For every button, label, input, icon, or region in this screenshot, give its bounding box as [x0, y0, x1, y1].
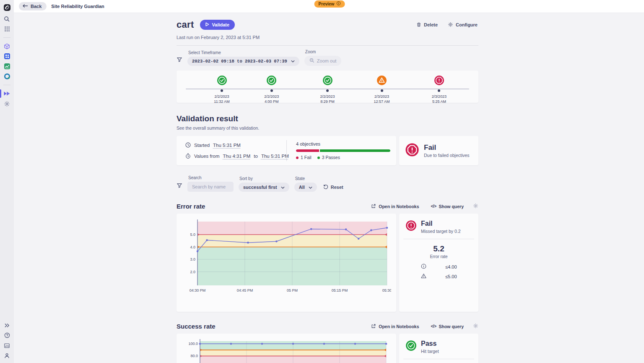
- sort-by-select[interactable]: successful first: [239, 183, 289, 192]
- fail-status-icon: [405, 220, 417, 233]
- timeline-event[interactable]: 2/3/2023 12:57 AM: [363, 75, 401, 104]
- divider: [403, 359, 474, 359]
- pass-dot-icon: [317, 157, 320, 159]
- timeline-marker-dot: [270, 89, 273, 92]
- search-input[interactable]: [187, 182, 234, 192]
- objective-status-detail: Missed target by 0.2: [421, 229, 461, 234]
- open-in-notebooks-button[interactable]: Open in Notebooks: [369, 323, 421, 330]
- svg-text:2.0: 2.0: [190, 270, 195, 274]
- reset-button[interactable]: Reset: [322, 183, 344, 192]
- code-icon: </>: [431, 204, 436, 209]
- zoom-label: Zoom: [305, 50, 341, 54]
- clock-icon: [185, 142, 191, 149]
- main-area: Preview Back Site Reliability Guardian c…: [14, 0, 644, 363]
- app-root: Preview Back Site Reliability Guardian c…: [0, 0, 644, 363]
- timeline-marker-dot: [326, 89, 329, 92]
- last-run-text: Last run on February 2, 2023 at 5:31 PM: [177, 35, 478, 40]
- timeline-event-date: 2/2/2023: [203, 94, 241, 99]
- delete-button-label: Delete: [424, 22, 438, 27]
- configure-button[interactable]: Configure: [447, 21, 478, 29]
- chevron-down-icon: [291, 59, 295, 64]
- sidebar-item-release-notes[interactable]: [0, 340, 14, 350]
- trash-icon: [416, 22, 421, 28]
- info-icon: [336, 1, 340, 6]
- help-question-icon: [4, 332, 10, 338]
- preview-badge: Preview: [314, 0, 345, 8]
- timeframe-select[interactable]: 2023-02-02 09:18 to 2023-02-03 07:39: [187, 57, 299, 66]
- sidebar-item-account[interactable]: [0, 350, 14, 360]
- sidebar-item-help[interactable]: [0, 330, 14, 340]
- sidebar-item-app-4[interactable]: [0, 71, 14, 81]
- pass-status-icon: [217, 75, 227, 87]
- objective-settings-button[interactable]: [473, 203, 478, 210]
- back-button[interactable]: Back: [19, 2, 47, 10]
- gear-icon: [448, 22, 453, 28]
- show-query-button[interactable]: </> Show query: [428, 324, 466, 329]
- release-notes-icon: [4, 343, 10, 348]
- objective-metric-label: Error rate: [399, 254, 478, 259]
- pass-segment: [320, 149, 390, 152]
- preview-badge-label: Preview: [319, 2, 335, 6]
- warning-triangle-icon: [421, 273, 426, 280]
- zoom-out-button[interactable]: Zoom out: [304, 56, 341, 66]
- chevron-down-icon: [281, 185, 285, 190]
- fail-status-icon: [434, 75, 444, 87]
- objective-target: ≤4.00: [445, 264, 457, 269]
- sidebar-item-site-reliability-guardian[interactable]: [0, 89, 14, 99]
- error-rate-result-card: Fail Missed target by 0.2 5.2 Error rate…: [399, 214, 478, 312]
- gear-icon: [473, 323, 478, 330]
- started-value[interactable]: Thu 5:31 PM: [213, 143, 241, 148]
- validate-button[interactable]: Validate: [200, 20, 235, 30]
- timeline-event-date: 2/3/2023: [363, 94, 401, 99]
- sidebar-item-app-1[interactable]: [0, 41, 14, 51]
- open-in-notebooks-label: Open in Notebooks: [379, 204, 419, 209]
- sidebar-item-expand[interactable]: [0, 320, 14, 330]
- timeline-event[interactable]: 2/3/2023 5:25 AM: [420, 75, 458, 104]
- zoom-out-icon: [309, 58, 314, 64]
- green-chart-app-icon: [4, 63, 10, 70]
- pass-legend: 3 Passes: [317, 155, 340, 160]
- reset-button-label: Reset: [331, 185, 343, 190]
- sidebar-item-app-grid[interactable]: [0, 24, 14, 34]
- info-icon: [421, 263, 426, 271]
- sidebar-divider: [3, 85, 10, 85]
- sidebar-item-app-2[interactable]: [0, 51, 14, 61]
- objective-value: 5.2: [399, 244, 478, 253]
- reset-undo-icon: [323, 184, 328, 190]
- success-rate-chart: 20.040.060.080.0100.0: [182, 339, 391, 363]
- gear-icon: [473, 203, 478, 210]
- sidebar-item-settings-app[interactable]: [0, 99, 14, 109]
- to-label: to: [254, 154, 258, 159]
- values-to-value[interactable]: Thu 5:31 PM: [261, 154, 289, 159]
- search-icon: [4, 16, 10, 22]
- pass-status-icon: [322, 75, 333, 87]
- show-query-label: Show query: [439, 324, 464, 329]
- show-query-button[interactable]: </> Show query: [428, 204, 466, 209]
- select-timeframe-label: Select Timeframe: [188, 50, 299, 55]
- svg-text:3.0: 3.0: [190, 257, 195, 261]
- app-grid-icon: [4, 26, 10, 32]
- sidebar-item-search[interactable]: [0, 14, 14, 24]
- overall-status: Fail: [424, 144, 470, 152]
- objective-settings-button[interactable]: [473, 323, 478, 330]
- dynatrace-logo: [0, 3, 14, 12]
- objective-status: Pass: [421, 340, 439, 347]
- timeline-event-time: 8:29 PM: [309, 99, 346, 104]
- filter-funnel-icon: [177, 183, 182, 192]
- sort-by-value: successful first: [243, 185, 277, 190]
- timeline-event[interactable]: 2/2/2023 4:00 PM: [253, 75, 291, 104]
- pass-status-icon: [266, 75, 277, 87]
- objective-title-success-rate: Success rate: [177, 323, 216, 330]
- validation-result-subtitle: See the overall summary of this validati…: [177, 125, 478, 131]
- open-in-notebooks-button[interactable]: Open in Notebooks: [369, 203, 421, 210]
- svg-text:80.0: 80.0: [190, 354, 198, 358]
- delete-button[interactable]: Delete: [415, 21, 439, 29]
- values-from-value[interactable]: Thu 4:31 PM: [223, 154, 251, 159]
- double-chevron-right-icon: [4, 323, 10, 328]
- timeline-event[interactable]: 2/2/2023 11:32 AM: [203, 75, 241, 104]
- timeline-event[interactable]: 2/2/2023 8:29 PM: [309, 75, 346, 104]
- sidebar-item-app-3[interactable]: [0, 61, 14, 71]
- warning-status-icon: [377, 75, 387, 87]
- state-select[interactable]: All: [294, 183, 317, 192]
- sidebar-divider: [3, 37, 10, 38]
